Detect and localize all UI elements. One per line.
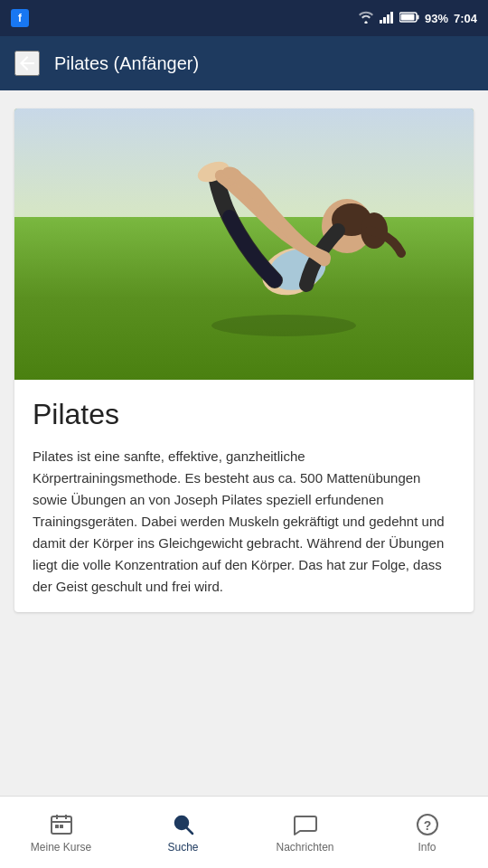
svg-rect-1: [383, 17, 386, 24]
status-bar: f 93% 7:0: [0, 0, 488, 36]
nav-info[interactable]: ? Info: [366, 805, 488, 861]
card-body: Pilates Pilates ist eine sanfte, effekti…: [14, 380, 474, 612]
battery-icon: [399, 12, 419, 25]
nav-suche-label: Suche: [167, 841, 198, 854]
nav-suche[interactable]: Suche: [122, 805, 244, 861]
battery-percent: 93%: [425, 12, 448, 25]
svg-rect-6: [417, 14, 418, 19]
exercise-title: Pilates: [33, 398, 455, 431]
exercise-image: [14, 108, 474, 380]
bottom-navigation: Meine Kurse Suche Nachrichten ? Info: [0, 796, 488, 868]
svg-rect-5: [400, 14, 414, 20]
page-title: Pilates (Anfänger): [54, 53, 199, 74]
facebook-icon: f: [11, 9, 29, 27]
svg-line-23: [186, 827, 192, 834]
svg-text:?: ?: [423, 818, 431, 833]
svg-rect-3: [390, 12, 393, 24]
exercise-description: Pilates ist eine sanfte, effektive, ganz…: [33, 446, 455, 598]
calendar-icon: [49, 812, 74, 837]
nav-nachrichten[interactable]: Nachrichten: [244, 805, 366, 861]
svg-rect-2: [387, 14, 389, 24]
nav-info-label: Info: [418, 841, 436, 854]
svg-rect-21: [60, 825, 63, 828]
app-header: Pilates (Anfänger): [0, 36, 488, 90]
nav-meine-kurse-label: Meine Kurse: [31, 841, 91, 854]
svg-point-15: [211, 315, 356, 336]
main-content: Pilates Pilates ist eine sanfte, effekti…: [0, 90, 488, 796]
back-button[interactable]: [14, 51, 40, 76]
content-card: Pilates Pilates ist eine sanfte, effekti…: [14, 108, 474, 612]
search-icon: [171, 812, 196, 837]
svg-rect-20: [55, 825, 59, 828]
chat-icon: [293, 812, 318, 837]
time-display: 7:04: [454, 12, 477, 25]
status-right: 93% 7:04: [358, 11, 477, 26]
status-left: f: [11, 9, 29, 27]
nav-meine-kurse[interactable]: Meine Kurse: [0, 805, 122, 861]
svg-rect-0: [380, 20, 382, 24]
help-icon: ?: [415, 812, 440, 837]
nav-nachrichten-label: Nachrichten: [276, 841, 333, 854]
wifi-icon: [358, 11, 374, 26]
person-illustration: [166, 127, 419, 353]
signal-icon: [380, 11, 394, 26]
